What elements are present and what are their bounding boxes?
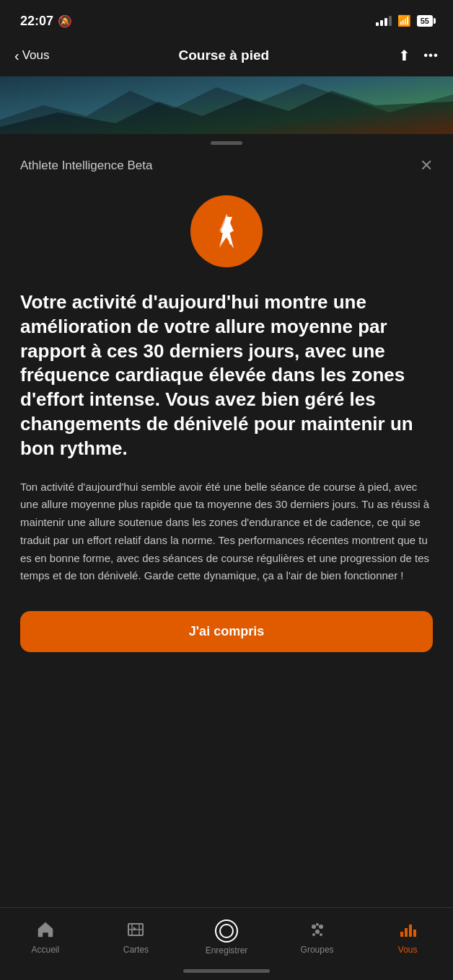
back-button[interactable]: ‹ Vous — [14, 48, 49, 64]
tab-bar: Accueil Cartes Enregistrer — [0, 907, 453, 965]
svg-point-8 — [320, 933, 322, 936]
modal-content: Athlete Intelligence Beta ✕ Votre activi… — [0, 149, 453, 907]
strava-logo-svg — [206, 211, 247, 251]
vous-icon — [398, 920, 417, 942]
nav-bar: ‹ Vous Course à pied ⬆ ••• — [0, 37, 453, 76]
more-icon[interactable]: ••• — [423, 48, 439, 63]
wifi-icon: 📶 — [397, 14, 411, 27]
tab-cartes-label: Cartes — [123, 945, 149, 955]
sheet-handle-area — [0, 134, 453, 149]
groupes-icon — [308, 920, 327, 942]
svg-point-4 — [312, 925, 316, 929]
tab-vous-label: Vous — [398, 945, 418, 955]
nav-actions: ⬆ ••• — [398, 47, 439, 64]
sheet-handle — [211, 141, 242, 145]
battery-indicator: 55 — [417, 15, 433, 27]
share-icon[interactable]: ⬆ — [398, 47, 410, 64]
tab-groupes[interactable]: Groupes — [272, 920, 363, 955]
cta-button[interactable]: J'ai compris — [20, 611, 433, 652]
status-time: 22:07 🔕 — [20, 14, 72, 29]
strava-logo — [190, 195, 263, 267]
tab-groupes-label: Groupes — [301, 945, 334, 955]
tab-cartes[interactable]: Cartes — [91, 920, 182, 955]
tab-accueil[interactable]: Accueil — [0, 920, 91, 955]
status-bar: 22:07 🔕 📶 55 — [0, 0, 453, 37]
hero-image — [0, 76, 453, 134]
main-message: Votre activité d'aujourd'hui montre une … — [20, 290, 433, 461]
logo-container — [20, 195, 433, 267]
record-icon — [215, 919, 238, 943]
modal-title: Athlete Intelligence Beta — [20, 159, 152, 173]
home-indicator — [0, 965, 453, 980]
home-bar — [183, 969, 270, 973]
cartes-icon — [126, 920, 145, 942]
svg-point-7 — [312, 933, 315, 936]
modal-header: Athlete Intelligence Beta ✕ — [20, 149, 433, 188]
close-button[interactable]: ✕ — [420, 158, 433, 174]
tab-enregistrer[interactable]: Enregistrer — [181, 919, 272, 956]
svg-point-5 — [319, 925, 323, 929]
home-icon — [36, 920, 55, 942]
back-chevron-icon: ‹ — [14, 48, 19, 64]
tab-enregistrer-label: Enregistrer — [206, 945, 248, 956]
tab-vous[interactable]: Vous — [362, 920, 453, 955]
back-label: Vous — [22, 48, 50, 63]
status-right: 📶 55 — [376, 14, 433, 27]
sub-message: Ton activité d'aujourd'hui semble avoir … — [20, 478, 433, 586]
tab-accueil-label: Accueil — [31, 945, 59, 955]
svg-point-6 — [315, 930, 320, 934]
signal-icon — [376, 16, 392, 26]
svg-point-9 — [316, 923, 319, 926]
svg-rect-12 — [409, 925, 412, 937]
svg-rect-13 — [413, 930, 416, 937]
svg-rect-11 — [405, 928, 408, 937]
nav-title: Course à pied — [178, 48, 269, 63]
bell-icon: 🔕 — [58, 14, 72, 28]
svg-rect-10 — [400, 932, 403, 937]
